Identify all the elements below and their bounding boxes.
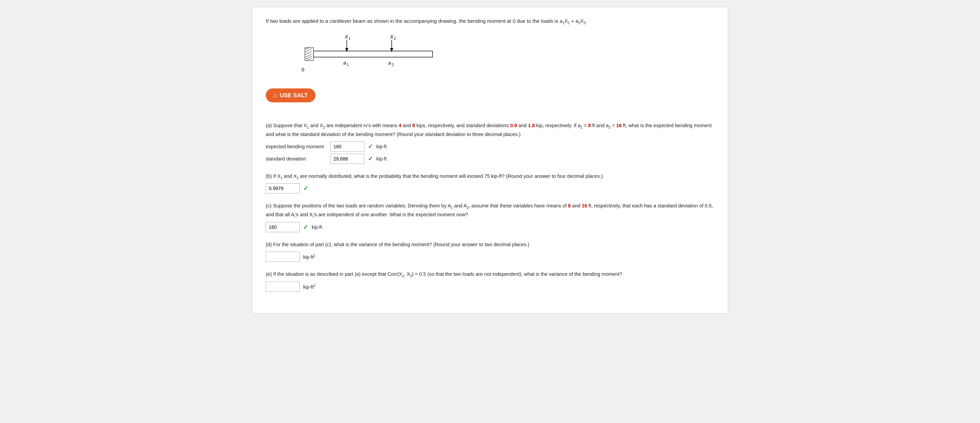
sd-unit: kip-ft — [376, 156, 387, 162]
variance-d-input[interactable] — [266, 252, 300, 262]
variance-e-unit: kip-ft2 — [303, 284, 315, 290]
expected-moment-c-row: ✓ kip-ft — [266, 222, 714, 232]
ebm-unit: kip-ft — [376, 144, 387, 149]
salt-icon: ⌂ — [273, 92, 277, 99]
expected-moment-c-unit: kip-ft — [312, 224, 322, 230]
sd-check: ✓ — [368, 155, 373, 163]
svg-text:0: 0 — [301, 67, 304, 73]
svg-text:a: a — [343, 60, 346, 66]
section-d: (d) For the situation of part (c), what … — [266, 241, 714, 262]
variance-e-input[interactable] — [266, 282, 300, 292]
section-c-question: (c) Suppose the positions of the two loa… — [266, 202, 714, 219]
use-salt-label: USE SALT — [280, 92, 308, 99]
section-e-question: (e) If the situation is as described in … — [266, 270, 714, 279]
intro-paragraph: If two loads are applied to a cantilever… — [266, 17, 714, 25]
section-a-question: (a) Suppose that X1 and X2 are independe… — [266, 121, 714, 139]
svg-text:2: 2 — [392, 63, 394, 67]
section-c: (c) Suppose the positions of the two loa… — [266, 202, 714, 232]
beam-diagram: X 1 X 2 a 1 — [293, 32, 714, 82]
ebm-check: ✓ — [368, 143, 373, 150]
main-page: If two loads are applied to a cantilever… — [252, 7, 728, 314]
svg-rect-7 — [313, 51, 433, 57]
svg-text:a: a — [388, 60, 391, 66]
expected-moment-c-input[interactable] — [266, 222, 300, 232]
section-e: (e) If the situation is as described in … — [266, 270, 714, 292]
ebm-input[interactable] — [331, 141, 364, 152]
section-b-question: (b) If X1 and X2 are normally distribute… — [266, 172, 714, 181]
svg-text:1: 1 — [347, 63, 349, 67]
prob-row: ✓ — [266, 183, 714, 193]
ebm-label: expected bending moment — [266, 144, 327, 149]
section-a: (a) Suppose that X1 and X2 are independe… — [266, 121, 714, 164]
standard-deviation-row: standard deviation ✓ kip-ft — [266, 154, 714, 164]
svg-text:2: 2 — [394, 36, 396, 40]
use-salt-button[interactable]: ⌂ USE SALT — [266, 89, 315, 102]
svg-text:X: X — [390, 34, 394, 40]
prob-check: ✓ — [303, 185, 308, 192]
prob-input[interactable] — [266, 183, 300, 193]
sd-label: standard deviation — [266, 156, 327, 162]
sd-input[interactable] — [331, 154, 364, 164]
section-b: (b) If X1 and X2 are normally distribute… — [266, 172, 714, 194]
beam-svg: X 1 X 2 a 1 — [293, 32, 436, 80]
svg-text:1: 1 — [348, 36, 350, 40]
variance-d-unit: kip-ft2 — [303, 253, 315, 260]
expected-moment-c-check: ✓ — [303, 223, 308, 231]
variance-d-row: kip-ft2 — [266, 252, 714, 262]
svg-text:X: X — [344, 34, 348, 40]
expected-bending-moment-row: expected bending moment ✓ kip-ft — [266, 141, 714, 152]
section-d-question: (d) For the situation of part (c), what … — [266, 241, 714, 249]
variance-e-row: kip-ft2 — [266, 282, 714, 292]
